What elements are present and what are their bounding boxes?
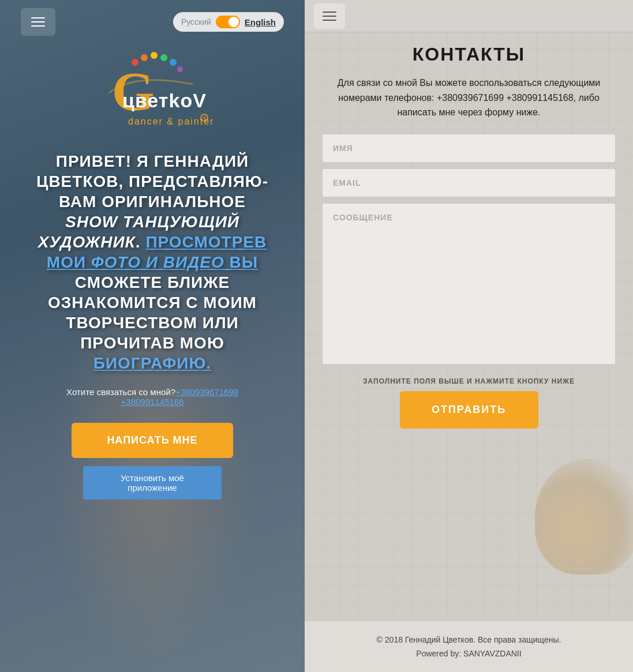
svg-text:®: ®	[203, 115, 207, 121]
left-content: Русский English G цветkoV	[0, 0, 305, 517]
phone2-link[interactable]: +380991145168	[121, 397, 184, 407]
right-menu-button[interactable]	[314, 3, 345, 29]
message-textarea[interactable]	[322, 203, 616, 365]
svg-point-5	[177, 66, 183, 72]
footer: © 2018 Геннадий Цветков. Все права защищ…	[305, 621, 633, 672]
contact-info: Хотите связаться со мной?+380939671699 +…	[66, 387, 238, 407]
contacts-description: Для связи со мной Вы можете воспользоват…	[322, 76, 616, 120]
toggle-knob	[229, 17, 239, 27]
link-biography[interactable]: БИОГРАФИЮ.	[93, 354, 211, 372]
install-app-button[interactable]: Установить моё приложение	[83, 466, 222, 500]
sand-figure-decoration	[535, 459, 633, 575]
right-hamburger-icon	[323, 12, 336, 21]
submit-button[interactable]: ОТПРАВИТЬ	[400, 391, 538, 429]
svg-text:цветkoV: цветkoV	[122, 89, 207, 111]
powered-by-text: Powered by: SANYAVZDANII	[316, 649, 621, 658]
svg-point-2	[151, 52, 158, 59]
hero-text: ПРИВЕТ! Я ГЕННАДИЙЦВЕТКОВ, ПРЕДСТАВЛЯЮ-В…	[31, 151, 274, 373]
language-toggle[interactable]: Русский English	[173, 12, 284, 32]
lang-russian-label: Русский	[181, 17, 211, 27]
toggle-switch[interactable]	[216, 16, 240, 28]
left-header-bar: Русский English	[12, 0, 293, 44]
email-input[interactable]	[322, 168, 616, 197]
phone1-link[interactable]: +380939671699	[175, 387, 238, 397]
left-panel: Русский English G цветkoV	[0, 0, 305, 672]
left-menu-button[interactable]	[21, 8, 55, 36]
lang-english-label[interactable]: English	[245, 17, 276, 27]
svg-text:dancer & painter: dancer & painter	[128, 117, 214, 126]
logo-svg: G цветkoV dancer & painter ®	[77, 50, 227, 142]
logo-area: G цветkoV dancer & painter ®	[77, 50, 227, 142]
write-me-button[interactable]: НАПИСАТЬ МНЕ	[72, 423, 233, 458]
svg-point-3	[160, 54, 167, 61]
copyright-text: © 2018 Геннадий Цветков. Все права защищ…	[316, 635, 621, 644]
right-panel: КОНТАКТЫ Для связи со мной Вы можете вос…	[305, 0, 633, 672]
svg-point-4	[170, 59, 177, 66]
contacts-title: КОНТАКТЫ	[322, 44, 616, 65]
svg-point-1	[141, 54, 148, 61]
contacts-section: КОНТАКТЫ Для связи со мной Вы можете вос…	[305, 32, 633, 621]
form-hint: ЗАПОЛНИТЕ ПОЛЯ ВЫШЕ И НАЖМИТЕ КНОПКУ НИЖ…	[322, 377, 616, 385]
hamburger-icon	[31, 17, 45, 27]
right-header	[305, 0, 633, 32]
contacts-content: КОНТАКТЫ Для связи со мной Вы можете вос…	[322, 44, 616, 429]
name-input[interactable]	[322, 134, 616, 163]
contact-prefix: Хотите связаться со мной?	[66, 387, 175, 397]
